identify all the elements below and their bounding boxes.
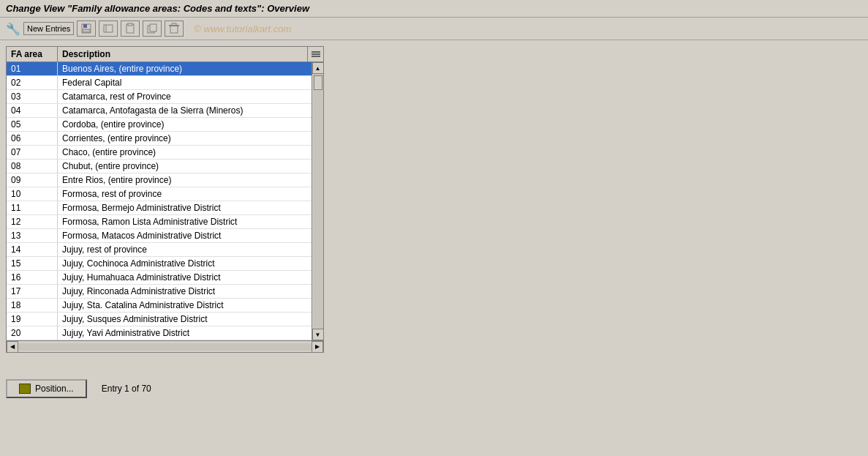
svg-rect-11 (172, 23, 176, 26)
table-row[interactable]: 20Jujuy, Yavi Administrative District (7, 326, 312, 340)
watermark: © www.tutorialkart.com (194, 23, 291, 34)
svg-rect-1 (83, 24, 87, 28)
table-row[interactable]: 14Jujuy, rest of province (7, 243, 312, 257)
cell-fa-area: 08 (7, 160, 58, 173)
table-header: FA area Description (7, 47, 323, 62)
cell-fa-area: 13 (7, 229, 58, 242)
svg-rect-13 (312, 53, 320, 55)
cell-description: Jujuy, Humahuaca Administrative District (58, 271, 312, 284)
clipboard-icon (124, 23, 136, 34)
cell-fa-area: 10 (7, 187, 58, 201)
cell-description: Jujuy, Rinconada Administrative District (58, 285, 312, 298)
table-row[interactable]: 09Entre Rios, (entire province) (7, 173, 312, 187)
cell-fa-area: 15 (7, 257, 58, 270)
cell-description: Chubut, (entire province) (58, 160, 312, 173)
table-row[interactable]: 13Formosa, Matacos Administrative Distri… (7, 229, 312, 243)
scroll-up-button[interactable]: ▲ (312, 62, 324, 74)
cell-fa-area: 04 (7, 104, 58, 117)
svg-rect-3 (104, 25, 113, 32)
col-fa-header: FA area (7, 47, 58, 61)
cell-description: Jujuy, rest of province (58, 243, 312, 256)
position-button[interactable]: Position... (6, 379, 87, 398)
cell-description: Corrientes, (entire province) (58, 132, 312, 145)
clipboard-button[interactable] (121, 20, 140, 37)
main-content: FA area Description 01Buenos Aires, (ent… (0, 40, 868, 359)
cell-fa-area: 12 (7, 215, 58, 228)
footer-area: Position... Entry 1 of 70 (0, 373, 868, 404)
table-scroll-area: 01Buenos Aires, (entire province)02Feder… (7, 62, 323, 340)
table-row[interactable]: 11Formosa, Bermejo Administrative Distri… (7, 201, 312, 215)
title-bar: Change View "Family allowance areas: Cod… (0, 0, 868, 18)
table-data: 01Buenos Aires, (entire province)02Feder… (7, 62, 312, 340)
cell-description: Cordoba, (entire province) (58, 118, 312, 131)
table-row[interactable]: 02Federal Capital (7, 76, 312, 90)
table-row[interactable]: 07Chaco, (entire province) (7, 146, 312, 160)
entry-info: Entry 1 of 70 (102, 384, 151, 394)
scroll-down-button[interactable]: ▼ (312, 329, 324, 340)
table-row[interactable]: 17Jujuy, Rinconada Administrative Distri… (7, 285, 312, 299)
table-row[interactable]: 12Formosa, Ramon Lista Administrative Di… (7, 215, 312, 229)
table-row[interactable]: 16Jujuy, Humahuaca Administrative Distri… (7, 271, 312, 285)
toolbar: 🔧 New Entries © www. (0, 18, 868, 40)
table-row[interactable]: 10Formosa, rest of province (7, 187, 312, 201)
cell-fa-area: 09 (7, 173, 58, 187)
save-icon (80, 23, 92, 34)
table-row[interactable]: 19Jujuy, Susques Administrative District (7, 313, 312, 326)
table-row[interactable]: 18Jujuy, Sta. Catalina Administrative Di… (7, 299, 312, 313)
scroll-right-button[interactable]: ▶ (312, 341, 323, 353)
svg-rect-8 (150, 24, 156, 31)
table-container: FA area Description 01Buenos Aires, (ent… (6, 46, 324, 353)
table-row[interactable]: 04Catamarca, Antofagasta de la Sierra (M… (7, 104, 312, 118)
position-btn-label: Position... (35, 384, 74, 394)
new-entries-button[interactable]: New Entries (23, 22, 74, 35)
cell-description: Formosa, rest of province (58, 187, 312, 201)
cell-description: Entre Rios, (entire province) (58, 173, 312, 187)
cell-description: Jujuy, Cochinoca Administrative District (58, 257, 312, 270)
table-row[interactable]: 05Cordoba, (entire province) (7, 118, 312, 132)
table-row[interactable]: 06Corrientes, (entire province) (7, 132, 312, 146)
cell-fa-area: 18 (7, 299, 58, 312)
shortcut-button[interactable] (99, 20, 118, 37)
cell-fa-area: 20 (7, 326, 58, 340)
cell-description: Chaco, (entire province) (58, 146, 312, 159)
svg-rect-2 (83, 29, 90, 32)
svg-rect-14 (312, 56, 320, 57)
cell-description: Jujuy, Susques Administrative District (58, 313, 312, 326)
cell-description: Formosa, Bermejo Administrative District (58, 201, 312, 214)
cell-fa-area: 05 (7, 118, 58, 131)
scroll-left-button[interactable]: ◀ (7, 341, 18, 353)
vertical-scrollbar[interactable]: ▲ ▼ (312, 62, 323, 340)
cell-description: Catamarca, rest of Province (58, 90, 312, 103)
col-desc-header: Description (58, 47, 307, 61)
cell-description: Formosa, Matacos Administrative District (58, 229, 312, 242)
hscroll-track (18, 343, 312, 351)
cell-description: Formosa, Ramon Lista Administrative Dist… (58, 215, 312, 228)
cell-fa-area: 17 (7, 285, 58, 298)
cell-fa-area: 16 (7, 271, 58, 284)
cell-fa-area: 07 (7, 146, 58, 159)
position-icon (19, 384, 31, 394)
svg-rect-9 (170, 26, 178, 33)
delete-button[interactable] (165, 20, 184, 37)
table-row[interactable]: 08Chubut, (entire province) (7, 160, 312, 173)
cell-description: Federal Capital (58, 76, 312, 89)
svg-rect-12 (312, 51, 320, 53)
save-button[interactable] (77, 20, 96, 37)
column-settings-icon[interactable] (311, 49, 321, 59)
horizontal-scrollbar[interactable]: ◀ ▶ (7, 340, 323, 352)
copy-icon (146, 23, 158, 34)
cell-fa-area: 02 (7, 76, 58, 89)
scroll-thumb[interactable] (314, 75, 322, 90)
cell-fa-area: 14 (7, 243, 58, 256)
new-entries-label: New Entries (27, 24, 70, 33)
shortcut-icon (102, 23, 114, 34)
cell-description: Jujuy, Sta. Catalina Administrative Dist… (58, 299, 312, 312)
copy-button[interactable] (143, 20, 162, 37)
table-row[interactable]: 03Catamarca, rest of Province (7, 90, 312, 104)
cell-fa-area: 03 (7, 90, 58, 103)
cell-description: Catamarca, Antofagasta de la Sierra (Min… (58, 104, 312, 117)
table-row[interactable]: 15Jujuy, Cochinoca Administrative Distri… (7, 257, 312, 271)
table-row[interactable]: 01Buenos Aires, (entire province) (7, 62, 312, 76)
window-title: Change View "Family allowance areas: Cod… (6, 3, 309, 14)
cell-description: Buenos Aires, (entire province) (58, 62, 312, 75)
